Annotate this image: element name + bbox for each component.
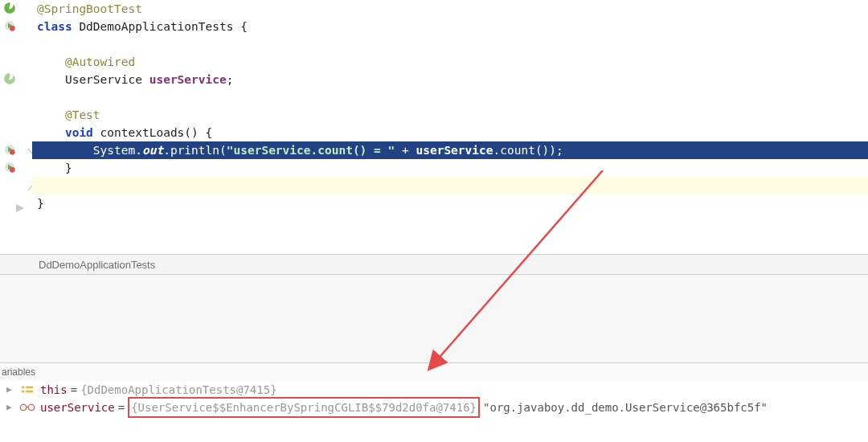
svg-point-3 [10,149,15,155]
spring-leaf-icon [3,72,18,87]
variables-panel[interactable]: ariables ▶ this = {DdDemoApplicationTest… [0,363,868,442]
run-test-icon[interactable] [3,143,18,158]
svg-rect-6 [22,387,25,389]
field-call: userService [416,144,493,157]
field: userService [149,73,227,86]
keyword: class [37,20,72,33]
variable-tostring: "org.javaboy.dd_demo.UserService@365bfc5… [483,399,768,416]
brace: { [240,20,248,33]
code-line[interactable] [32,177,868,194]
dot: . [135,144,142,157]
equals-sign: = [68,381,80,399]
expand-triangle-icon[interactable]: ▶ [6,381,16,399]
svg-rect-9 [26,391,33,393]
parens: () [184,126,198,139]
svg-rect-7 [26,387,33,389]
paren-close: ); [549,144,563,157]
variables-header: ariables [0,363,868,381]
code-lines[interactable]: @SpringBootTest class DdDemoApplicationT… [32,0,868,249]
brace: } [37,197,44,210]
code-line[interactable] [32,88,868,106]
string-literal: "userService.count() = " [227,144,395,157]
code-line[interactable]: } [32,159,868,177]
code-line[interactable]: } [32,194,868,212]
svg-point-1 [10,26,15,31]
code-line[interactable]: void contextLoads() { [32,124,868,141]
svg-point-11 [28,404,35,411]
svg-point-10 [20,404,27,411]
code-line[interactable] [32,35,868,53]
caret-indicator-icon [16,199,27,207]
expand-triangle-icon[interactable]: ▶ [6,399,16,416]
annotation: @Autowired [65,55,135,68]
variable-row[interactable]: ▶ userService = {UserService$$EnhancerBy… [0,399,868,416]
svg-rect-8 [22,391,25,393]
run-test-icon[interactable] [3,19,18,34]
code-line[interactable]: @Autowired [32,53,868,71]
out: out [142,144,163,157]
brace: { [206,126,213,139]
dot: . [163,144,170,157]
panel-divider [0,275,868,363]
class-name: DdDemoApplicationTests [79,20,233,33]
code-editor[interactable]: @SpringBootTest class DdDemoApplicationT… [0,0,868,249]
sys: System [93,144,135,157]
method-call: .count() [493,144,550,157]
code-line[interactable]: UserService userService; [32,71,868,88]
glasses-icon [19,401,35,414]
highlighted-value: {UserService$$EnhancerBySpringCGLIB$$79d… [128,397,480,418]
breadcrumb-item[interactable]: DdDemoApplicationTests [39,259,155,271]
type: UserService [65,73,142,86]
variable-type: {UserService$$EnhancerBySpringCGLIB$$79d… [131,401,477,414]
variable-type: {DdDemoApplicationTests@7415} [80,381,276,399]
breadcrumb[interactable]: DdDemoApplicationTests [0,254,868,275]
code-line[interactable]: class DdDemoApplicationTests { [32,18,868,35]
equals-sign: = [115,399,128,416]
variable-name: this [40,381,68,399]
semicolon: ; [227,73,234,86]
code-line[interactable]: @Test [32,106,868,124]
run-test-icon[interactable] [3,161,18,175]
code-line-execution[interactable]: System.out.println("userService.count() … [32,141,868,159]
variable-name: userService [40,399,115,416]
annotation: @Test [65,108,100,121]
keyword: void [65,126,93,139]
variable-row[interactable]: ▶ this = {DdDemoApplicationTests@7415} [0,381,868,399]
spring-leaf-icon [3,2,18,16]
plus: + [395,144,416,157]
code-line[interactable]: @SpringBootTest [32,0,868,18]
println: println [170,144,219,157]
method-name: contextLoads [100,126,185,139]
annotation: @SpringBootTest [37,2,142,15]
svg-point-5 [10,167,15,173]
brace: } [65,162,72,174]
object-icon [19,383,35,396]
